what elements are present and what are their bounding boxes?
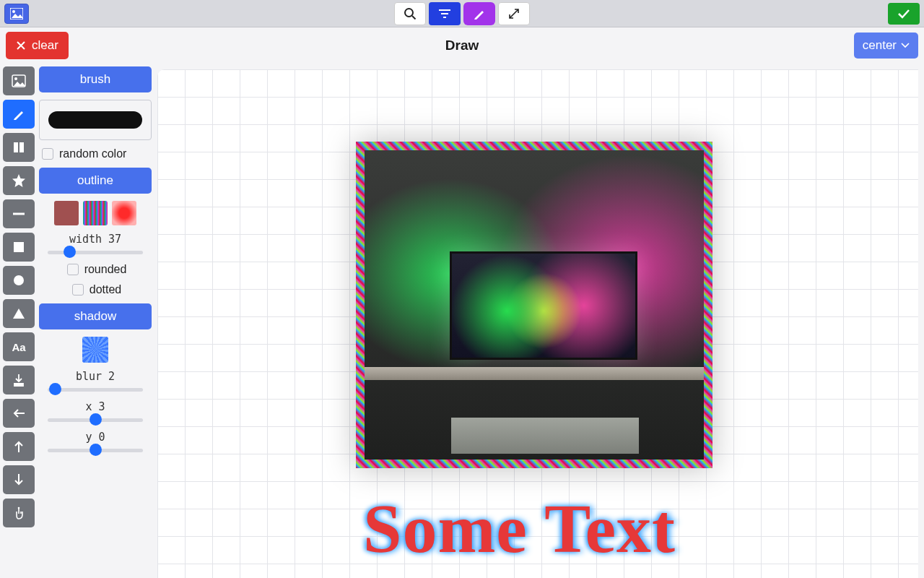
tool-text[interactable]: Aa	[3, 332, 35, 361]
confirm-button[interactable]	[888, 3, 920, 25]
fullscreen-button[interactable]	[498, 2, 530, 25]
outline-swatches	[39, 201, 152, 225]
width-label: width 37	[39, 233, 152, 246]
dotted-label: dotted	[90, 283, 121, 296]
tool-triangle[interactable]	[3, 299, 35, 328]
tool-arrow-down[interactable]	[3, 465, 35, 494]
dotted-checkbox[interactable]	[72, 284, 84, 296]
svg-point-1	[12, 10, 15, 13]
outline-swatch-noise[interactable]	[83, 201, 108, 225]
canvas-text-object[interactable]: Some Text	[363, 488, 676, 569]
canvas-wrap: Some Text	[152, 64, 924, 578]
properties-panel: brush random color outline width 37 roun…	[36, 64, 152, 578]
tool-download[interactable]	[3, 366, 35, 394]
app-logo[interactable]	[4, 4, 29, 24]
tool-columns[interactable]	[3, 133, 35, 162]
align-value: center	[863, 38, 897, 53]
tool-square[interactable]	[3, 233, 35, 262]
canvas[interactable]: Some Text	[157, 69, 918, 578]
brush-stroke-sample	[48, 111, 142, 129]
svg-rect-9	[14, 142, 18, 152]
width-slider[interactable]	[48, 249, 143, 256]
tool-star[interactable]	[3, 166, 35, 195]
svg-point-15	[18, 507, 20, 509]
tool-column: Aa	[0, 64, 36, 578]
svg-point-2	[405, 9, 413, 17]
outline-section-head: outline	[39, 168, 152, 194]
filter-button[interactable]	[429, 2, 461, 25]
blur-slider[interactable]	[48, 386, 143, 393]
rounded-label: rounded	[84, 263, 127, 276]
blur-label: blur 2	[39, 370, 152, 383]
x-label: x 3	[39, 400, 152, 413]
tool-arrow-left[interactable]	[3, 399, 35, 428]
page-title: Draw	[445, 38, 479, 53]
rounded-row[interactable]: rounded	[39, 263, 152, 276]
shadow-swatch[interactable]	[82, 337, 108, 363]
shadow-section-head: shadow	[39, 303, 152, 329]
y-label: y 0	[39, 431, 152, 444]
random-color-row[interactable]: random color	[39, 147, 152, 160]
brush-section-head: brush	[39, 66, 152, 92]
tool-line[interactable]	[3, 199, 35, 228]
canvas-image-object[interactable]	[356, 142, 712, 468]
random-color-checkbox[interactable]	[42, 148, 53, 160]
photo-content	[365, 150, 704, 460]
tool-image[interactable]	[3, 66, 35, 95]
close-icon	[16, 40, 26, 51]
tool-circle[interactable]	[3, 266, 35, 295]
y-slider[interactable]	[48, 447, 143, 454]
subheader: clear Draw center	[0, 27, 924, 64]
random-color-label: random color	[59, 147, 126, 160]
clear-label: clear	[32, 38, 58, 53]
outline-swatch-solid[interactable]	[54, 201, 79, 225]
svg-point-13	[14, 275, 24, 285]
svg-rect-14	[14, 384, 23, 386]
draw-mode-button[interactable]	[463, 2, 495, 25]
topbar-center-tools	[394, 2, 530, 25]
outline-swatch-gradient[interactable]	[112, 201, 136, 225]
svg-line-3	[412, 16, 416, 20]
photo-table	[451, 418, 639, 454]
clear-button[interactable]: clear	[6, 32, 69, 59]
brush-preview[interactable]	[39, 100, 152, 140]
dotted-row[interactable]: dotted	[39, 283, 152, 296]
main-area: Aa brush random color outline width 37 r…	[0, 64, 924, 578]
tool-brush[interactable]	[3, 100, 35, 129]
topbar	[0, 0, 924, 27]
photo-tv	[450, 251, 637, 360]
x-slider[interactable]	[48, 416, 143, 423]
photo-shelf	[365, 367, 704, 380]
svg-rect-10	[19, 142, 24, 152]
search-button[interactable]	[394, 2, 426, 25]
tool-pointer[interactable]	[3, 499, 35, 527]
svg-point-8	[14, 77, 17, 80]
rounded-checkbox[interactable]	[67, 264, 79, 275]
align-dropdown[interactable]: center	[854, 33, 918, 59]
svg-rect-12	[14, 242, 24, 252]
tool-arrow-up[interactable]	[3, 432, 35, 461]
chevron-down-icon	[901, 43, 910, 48]
